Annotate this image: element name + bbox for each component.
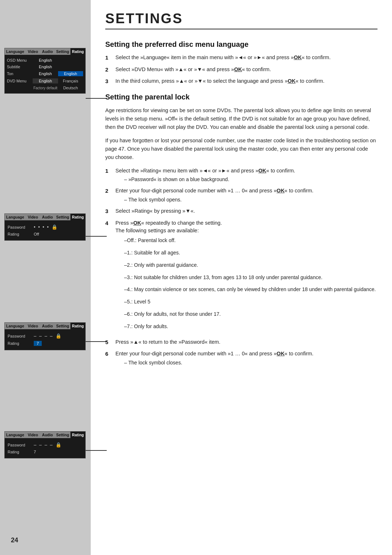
lb1-password-label: Password	[8, 225, 34, 229]
ok-2: OK	[234, 66, 242, 72]
lock-box-2-body: Password – – – – 🔒 Rating 7	[5, 329, 85, 350]
tab-video: Video	[26, 48, 40, 55]
step-text-2-5: Press »▲« to return to the »Password« it…	[115, 338, 377, 347]
lb2-tab-video: Video	[26, 323, 40, 329]
lb2-password-label: Password	[8, 334, 34, 338]
step-2-3: 3 Select »Rating« by pressing »▼«.	[105, 207, 377, 216]
step-num-2-5: 5	[105, 338, 113, 347]
settings-bullets: Off.: Parental lock off. 1.: Suitable fo…	[124, 236, 377, 331]
connector-4	[86, 450, 107, 451]
menu-box-1: Language Video Audio Setting Rating OSD …	[4, 48, 86, 94]
step-sub-2-2: – The lock symbol opens.	[115, 196, 377, 204]
step-2-5: 5 Press »▲« to return to the »Password« …	[105, 338, 377, 347]
bullet-3: 3.: Not suitable for children under 13, …	[124, 273, 377, 282]
factory-val1: Factory default	[33, 86, 58, 90]
step-1-2: 2 Select »DVD Menu« with »▲« or »▼« and …	[105, 66, 377, 74]
lock-box-2: Language Video Audio Setting Rating Pass…	[4, 322, 86, 350]
ok-6: OK	[133, 220, 141, 226]
lb1-rating-row: Rating Off	[7, 231, 83, 237]
lock-icon-3: 🔒	[56, 442, 61, 448]
page-number: 24	[11, 536, 18, 544]
lb1-rating-val: Off	[34, 232, 39, 236]
lock-icon-1: 🔒	[52, 224, 57, 230]
lb2-rating-val: 7	[34, 341, 42, 346]
step-2-4: 4 Press »OK« repeatedly to change the se…	[105, 219, 377, 335]
step-num-2-2: 2	[105, 187, 113, 204]
lb3-rating-val: 7	[34, 450, 36, 454]
bullet-4: 4.: May contain violence or sex scenes, …	[124, 285, 377, 294]
step-1-3: 3 In the third column, press »▲« or »▼« …	[105, 77, 377, 86]
step-text-2-3: Select »Rating« by pressing »▼«.	[115, 207, 377, 216]
step-2-2: 2 Enter your four-digit personal code nu…	[105, 187, 377, 204]
tab-language: Language	[5, 48, 26, 55]
step-text-1-1: Select the »Language« item in the main m…	[115, 54, 377, 62]
section2-steps: 1 Select the »Rating« menu item with »◄«…	[105, 167, 377, 367]
lb1-tab-rating: Rating	[70, 214, 85, 220]
lock-box-3: Language Video Audio Setting Rating Pass…	[4, 431, 86, 458]
menu-box-1-body: OSD Menu English Subtitle English Ton En…	[5, 55, 85, 93]
dvd-menu-val1: English	[33, 78, 58, 83]
section1-heading: Setting the preferred disc menu language	[105, 40, 377, 49]
lb3-rating-row: Rating 7	[7, 449, 83, 455]
lb1-password-row: Password • • • • 🔒	[7, 223, 83, 231]
lock-box-2-header: Language Video Audio Setting Rating	[5, 323, 85, 329]
ok-5: OK	[277, 188, 285, 193]
bullet-2: 2.: Only with parental guidance.	[124, 261, 377, 270]
step-num-2-1: 1	[105, 167, 113, 184]
osd-menu-row: OSD Menu English	[6, 57, 84, 64]
lb3-password-row: Password – – – – 🔒	[7, 441, 83, 449]
lock-box-3-header: Language Video Audio Setting Rating	[5, 432, 85, 438]
lb3-rating-label: Rating	[8, 450, 34, 454]
lb3-tab-rating: Rating	[70, 432, 85, 438]
bullet-7: 7.: Only for adults.	[124, 322, 377, 331]
ton-row: Ton English English	[6, 70, 84, 77]
step-num-2-4: 4	[105, 219, 113, 335]
lb1-tab-audio: Audio	[40, 214, 55, 220]
lb1-tab-video: Video	[26, 214, 40, 220]
section2-heading: Setting the parental lock	[105, 93, 377, 101]
step-num-2-3: 3	[105, 207, 113, 216]
lb2-tab-rating: Rating	[70, 323, 85, 329]
section1-steps: 1 Select the »Language« item in the main…	[105, 54, 377, 86]
step-2-6: 6 Enter your four-digit personal code nu…	[105, 350, 377, 367]
step-text-2-2: Enter your four-digit personal code numb…	[115, 187, 377, 204]
page-title: SETTINGS	[105, 11, 377, 29]
tab-rating: Rating	[70, 48, 85, 55]
subtitle-label: Subtitle	[7, 65, 33, 69]
section2-para1: Age restrictions for viewing can be set …	[105, 106, 377, 132]
lb1-dots: • • • •	[34, 224, 49, 230]
factory-row: Factory default Deutsch	[6, 85, 84, 91]
subtitle-row: Subtitle English	[6, 64, 84, 70]
osd-val1: English	[33, 58, 58, 62]
step-2-1: 1 Select the »Rating« menu item with »◄«…	[105, 167, 377, 184]
lb3-password-val: – – – – 🔒	[34, 442, 61, 448]
lock-icon-2: 🔒	[56, 333, 61, 339]
lb1-rating-label: Rating	[8, 232, 34, 236]
lb1-password-val: • • • • 🔒	[34, 224, 57, 230]
step-text-2-1: Select the »Rating« menu item with »◄« o…	[115, 167, 377, 184]
lb2-password-val: – – – – 🔒	[34, 333, 61, 339]
ok-4: OK	[258, 168, 266, 174]
step-num-2-6: 6	[105, 350, 113, 367]
lb3-tab-language: Language	[5, 432, 26, 438]
step-1-1: 1 Select the »Language« item in the main…	[105, 54, 377, 62]
ok-7: OK	[277, 351, 285, 356]
lock-box-1-header: Language Video Audio Setting Rating	[5, 214, 85, 220]
ok-3: OK	[287, 78, 295, 84]
lock-box-3-body: Password – – – – 🔒 Rating 7	[5, 438, 85, 458]
ton-val2: English	[58, 71, 83, 76]
lb3-tab-setting: Setting	[55, 432, 71, 438]
step-text-1-3: In the third column, press »▲« or »▼« to…	[115, 77, 377, 86]
subtitle-val1: English	[33, 65, 58, 69]
lb1-tab-language: Language	[5, 214, 26, 220]
ton-val1: English	[33, 72, 58, 76]
step-num-1-1: 1	[105, 54, 113, 62]
lb2-tab-setting: Setting	[55, 323, 71, 329]
step-sub-2-1: – »Password« is shown on a blue backgrou…	[115, 176, 377, 183]
osd-label: OSD Menu	[7, 58, 33, 62]
step-num-1-2: 2	[105, 66, 113, 74]
dvd-menu-val2: Français	[58, 79, 83, 83]
bullet-6: 6.: Only for adults, not for those under…	[124, 310, 377, 319]
tab-setting: Setting	[55, 48, 71, 55]
lb2-rating-label: Rating	[8, 341, 34, 346]
